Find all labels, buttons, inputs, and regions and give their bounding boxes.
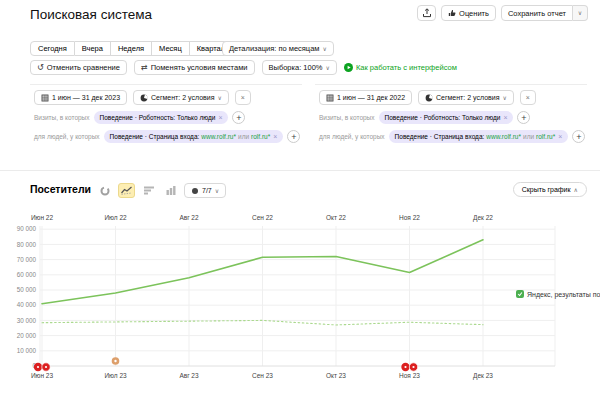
thumbs-up-icon — [448, 9, 456, 17]
chevron-down-icon: ∨ — [578, 10, 582, 16]
tab-month[interactable]: Месяц — [152, 41, 190, 56]
pie-segment-icon — [140, 94, 148, 102]
compare-toolbar: ↺ Отменить сравнение ⇄ Поменять условия … — [30, 60, 457, 75]
condition-pill-robots[interactable]: Поведение · Роботность: Только люди × — [94, 111, 229, 124]
remove-condition-icon[interactable]: × — [558, 133, 562, 140]
tab-label: Месяц — [159, 44, 182, 53]
condition-pill-entry-page[interactable]: Поведение · Страница входа: www.rolf.ru*… — [389, 130, 569, 143]
chart-legend-item[interactable]: Яндекс, результаты поиска — [516, 290, 600, 298]
hide-chart-button[interactable]: Скрыть график ∧ — [513, 182, 587, 197]
tab-label: Сегодня — [38, 44, 67, 53]
y-axis-tick: 30 000 — [17, 317, 37, 324]
save-report-button[interactable]: Сохранить отчет — [501, 5, 573, 21]
x-axis-top-tick: Июл 22 — [104, 214, 127, 221]
line-chart-button[interactable] — [118, 183, 135, 198]
y-axis-tick: 80 000 — [17, 241, 37, 248]
add-condition-button[interactable]: + — [287, 130, 300, 143]
undo-icon: ↺ — [37, 64, 44, 72]
save-report-caret-button[interactable]: ∨ — [573, 5, 588, 21]
x-axis-bottom-tick: Июн 23 — [31, 372, 54, 379]
tab-label: Вчера — [82, 44, 103, 53]
tab-week[interactable]: Неделя — [111, 41, 152, 56]
swap-conditions-button[interactable]: ⇄ Поменять условия местами — [134, 60, 255, 75]
close-icon: × — [526, 94, 530, 101]
tab-today[interactable]: Сегодня — [30, 41, 75, 56]
add-condition-button[interactable]: + — [572, 130, 585, 143]
condition-joiner: или — [523, 133, 534, 140]
segment-panel-2022: 1 июн — 31 дек 2022 Сегмент: 2 условия ∨… — [315, 84, 587, 148]
date-range-label: 1 июн — 31 дек 2022 — [337, 94, 405, 101]
column-chart-button[interactable] — [162, 183, 179, 198]
legend-checkbox[interactable] — [516, 290, 524, 298]
date-range-button[interactable]: 1 июн — 31 дек 2022 — [319, 90, 412, 105]
plus-icon: + — [291, 132, 296, 142]
help-label: Как работать с интерфейсом — [356, 63, 457, 72]
visits-condition-row: Визиты, в которых Поведение · Роботность… — [319, 111, 587, 124]
condition-domain: www.rolf.ru* — [201, 133, 236, 140]
segment-label: Сегмент: 2 условия — [436, 94, 499, 101]
y-axis-tick: 40 000 — [17, 301, 37, 308]
remove-segment-button[interactable]: × — [235, 90, 251, 105]
segment-dropdown[interactable]: Сегмент: 2 условия ∨ — [133, 90, 229, 105]
help-link[interactable]: Как работать с интерфейсом — [344, 63, 457, 72]
x-axis-bottom-tick: Сен 23 — [252, 372, 273, 379]
add-condition-button[interactable]: + — [517, 111, 530, 124]
panel-controls: 1 июн — 31 дек 2023 Сегмент: 2 условия ∨… — [34, 90, 302, 105]
donut-chart-button[interactable] — [96, 183, 113, 198]
page: Поисковая система Оценить Сохранить отче… — [0, 0, 600, 408]
annotation-marker[interactable] — [112, 357, 120, 365]
x-axis-bottom-tick: Авг 23 — [179, 372, 199, 379]
condition-pill-entry-page[interactable]: Поведение · Страница входа: www.rolf.ru*… — [104, 130, 284, 143]
y-axis-tick: 50 000 — [17, 286, 37, 293]
metrics-dropdown[interactable]: 7/7 ∨ — [184, 183, 226, 198]
share-button[interactable] — [417, 5, 436, 21]
date-range-label: 1 июн — 31 дек 2023 — [52, 94, 120, 101]
condition-domain: www.rolf.ru* — [486, 133, 521, 140]
y-axis-tick: 90 000 — [17, 225, 37, 232]
date-range-button[interactable]: 1 июн — 31 дек 2023 — [34, 90, 127, 105]
rate-button[interactable]: Оценить — [441, 5, 496, 21]
condition-text: Поведение · Роботность: Только люди — [385, 114, 501, 121]
detail-dropdown[interactable]: Детализация: по месяцам ∨ — [222, 41, 334, 56]
segment-dropdown[interactable]: Сегмент: 2 условия ∨ — [418, 90, 514, 105]
x-axis-top-tick: Сен 22 — [252, 214, 273, 221]
remove-condition-icon[interactable]: × — [218, 114, 222, 121]
column-chart-icon — [166, 186, 176, 195]
people-condition-label: для людей, у которых — [34, 133, 100, 140]
x-axis-bottom-tick: Дек 23 — [473, 372, 493, 380]
chevron-down-icon: ∨ — [323, 46, 327, 52]
detail-label: Детализация: по месяцам — [229, 44, 320, 53]
people-condition-row: для людей, у которых Поведение · Страниц… — [319, 130, 587, 143]
people-condition-row: для людей, у которых Поведение · Страниц… — [34, 130, 302, 143]
add-condition-button[interactable]: + — [232, 111, 245, 124]
metrics-count-label: 7/7 — [202, 187, 212, 194]
legend-label: Яндекс, результаты поиска — [527, 291, 600, 298]
cancel-compare-label: Отменить сравнение — [47, 63, 120, 72]
check-icon — [517, 291, 523, 297]
x-axis-top-tick: Ноя 22 — [399, 214, 420, 221]
share-icon — [422, 8, 432, 18]
visitors-chart-svg: 010 00020 00030 00040 00050 00060 00070 … — [0, 205, 600, 390]
condition-text: Поведение · Страница входа: — [395, 133, 485, 140]
target-icon — [191, 187, 199, 195]
sampling-dropdown[interactable]: Выборка: 100% ∨ — [262, 60, 337, 75]
cancel-compare-button[interactable]: ↺ Отменить сравнение — [30, 60, 127, 75]
donut-chart-icon — [100, 186, 110, 196]
remove-condition-icon[interactable]: × — [273, 133, 277, 140]
chevron-down-icon: ∨ — [502, 95, 506, 101]
condition-domain: rolf.ru* — [536, 133, 555, 140]
chevron-down-icon: ∨ — [217, 95, 221, 101]
hide-chart-label: Скрыть график — [522, 186, 571, 193]
bar-rows-button[interactable] — [140, 183, 157, 198]
pie-segment-icon — [425, 94, 433, 102]
tab-yesterday[interactable]: Вчера — [75, 41, 111, 56]
remove-segment-button[interactable]: × — [520, 90, 536, 105]
condition-pill-robots[interactable]: Поведение · Роботность: Только люди × — [379, 111, 514, 124]
bar-rows-icon — [144, 186, 154, 195]
y-axis-tick: 10 000 — [17, 347, 37, 354]
video-play-icon — [344, 63, 353, 72]
remove-condition-icon[interactable]: × — [503, 114, 507, 121]
y-axis-tick: 60 000 — [17, 271, 37, 278]
save-report-split-button: Сохранить отчет ∨ — [501, 5, 588, 21]
x-axis-top-tick: Окт 22 — [326, 214, 346, 221]
